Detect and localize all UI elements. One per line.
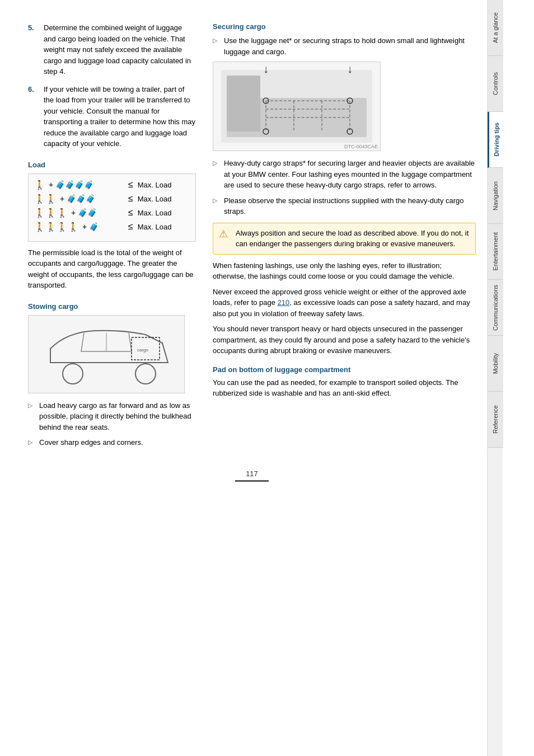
page-number: 117 xyxy=(28,469,476,482)
pad-text: You can use the pad as needed, for examp… xyxy=(213,377,476,399)
main-content: 5. Determine the combined weight of lugg… xyxy=(0,0,487,756)
stowing-car-image: cargo xyxy=(28,315,185,393)
max-load-2: Max. Load xyxy=(138,195,172,203)
warning-para-3: You should never transport heavy or hard… xyxy=(213,323,476,356)
person-icon-1: 🚶 xyxy=(34,180,45,190)
securing-bullet-2: ▷ Heavy-duty cargo straps* for securing … xyxy=(213,158,476,191)
max-load-3: Max. Load xyxy=(138,209,172,217)
bullet-arrow-2: ▷ xyxy=(28,438,35,447)
warning-para-2: Never exceed the approved gross vehicle … xyxy=(213,287,476,320)
stowing-bullets: ▷ Load heavy cargo as far forward and as… xyxy=(28,400,196,448)
securing-svg: ↓ ↓ xyxy=(216,64,378,148)
pad-section: Pad on bottom of luggage compartment You… xyxy=(213,365,476,399)
securing-cargo-image: ↓ ↓ DTC-0043CAE xyxy=(213,62,381,151)
numbered-item-5: 5. Determine the combined weight of lugg… xyxy=(28,22,196,77)
person-icon-3: 🚶🚶🚶 xyxy=(34,208,68,218)
sidebar-tab-driving-tips-label: Driving tips xyxy=(493,123,500,157)
max-load-1: Max. Load xyxy=(138,181,172,189)
svg-text:cargo: cargo xyxy=(137,348,149,353)
load-row-1: 🚶 + 🧳🧳🧳🧳 ≤ Max. Load xyxy=(34,180,190,190)
sidebar-tab-mobility[interactable]: Mobility xyxy=(488,336,503,392)
sidebar-tab-at-a-glance[interactable]: At a glance xyxy=(488,0,503,56)
stowing-title: Stowing cargo xyxy=(28,302,196,311)
sidebar-tab-reference[interactable]: Reference xyxy=(488,392,503,448)
sidebar-tab-controls[interactable]: Controls xyxy=(488,56,503,112)
load-section: Load 🚶 + 🧳🧳🧳🧳 ≤ Max. Load xyxy=(28,161,196,291)
sidebar-tab-navigation[interactable]: Navigation xyxy=(488,168,503,224)
warning-box: ⚠ Always position and secure the load as… xyxy=(213,223,476,255)
svg-point-0 xyxy=(63,364,83,384)
sidebar-tab-communications[interactable]: Communications xyxy=(488,280,503,336)
right-column: Securing cargo ▷ Use the luggage net* or… xyxy=(213,22,476,453)
sidebar-tab-communications-label: Communications xyxy=(492,285,499,331)
load-row-2: 🚶🚶 + 🧳🧳🧳 ≤ Max. Load xyxy=(34,194,190,204)
luggage-icon-2: 🧳🧳🧳 xyxy=(67,194,95,203)
securing-bullets-list: ▷ Heavy-duty cargo straps* for securing … xyxy=(213,158,476,217)
numbered-item-6: 6. If your vehicle will be towing a trai… xyxy=(28,84,196,149)
warning-para-1: When fastening lashings, use only the la… xyxy=(213,260,476,282)
sidebar-tabs: At a glance Controls Driving tips Naviga… xyxy=(487,0,503,756)
sidebar-tab-driving-tips[interactable]: Driving tips xyxy=(488,112,503,168)
load-row-4: 🚶🚶🚶🚶 + 🧳 ≤ Max. Load xyxy=(34,222,190,232)
stowing-section: Stowing cargo cargo xyxy=(28,302,196,448)
person-icon-2: 🚶🚶 xyxy=(34,194,57,204)
luggage-icon-1: 🧳🧳🧳🧳 xyxy=(55,180,93,189)
svg-text:↓: ↓ xyxy=(263,64,269,75)
svg-text:↓: ↓ xyxy=(347,64,353,75)
stowing-bullet-1: ▷ Load heavy cargo as far forward and as… xyxy=(28,400,196,433)
luggage-icon-3: 🧳🧳 xyxy=(78,208,97,217)
page-line xyxy=(235,480,269,482)
page-link[interactable]: 210 xyxy=(278,298,290,307)
warning-icon: ⚠ xyxy=(219,228,231,240)
svg-point-1 xyxy=(135,364,156,384)
luggage-icon-4: 🧳 xyxy=(89,222,99,231)
max-load-4: Max. Load xyxy=(138,223,172,231)
sidebar-tab-entertainment-label: Entertainment xyxy=(492,232,499,270)
item-6-text: If your vehicle will be towing a trailer… xyxy=(44,84,196,149)
securing-arrow-3: ▷ xyxy=(213,196,219,205)
warning-text: Always position and secure the load as d… xyxy=(236,228,470,250)
sidebar-tab-mobility-label: Mobility xyxy=(492,353,499,374)
securing-bullet-1: ▷ Use the luggage net* or securing strap… xyxy=(213,35,476,57)
securing-section: Securing cargo ▷ Use the luggage net* or… xyxy=(213,22,476,399)
item-5-number: 5. xyxy=(28,22,39,77)
sidebar-tab-entertainment[interactable]: Entertainment xyxy=(488,224,503,280)
item-6-number: 6. xyxy=(28,84,39,149)
bullet-arrow-1: ▷ xyxy=(28,401,35,410)
load-title: Load xyxy=(28,161,196,169)
person-icon-4: 🚶🚶🚶🚶 xyxy=(34,222,79,232)
sidebar-tab-navigation-label: Navigation xyxy=(492,181,499,210)
stowing-bullet-2: ▷ Cover sharp edges and corners. xyxy=(28,437,196,448)
car-svg: cargo xyxy=(34,321,179,388)
load-row-3: 🚶🚶🚶 + 🧳🧳 ≤ Max. Load xyxy=(34,208,190,218)
securing-bullet-3: ▷ Please observe the special instruction… xyxy=(213,195,476,217)
item-5-text: Determine the combined weight of luggage… xyxy=(44,22,196,77)
svg-rect-7 xyxy=(227,76,260,132)
securing-arrow-2: ▷ xyxy=(213,158,219,168)
pad-title: Pad on bottom of luggage compartment xyxy=(213,365,476,374)
sidebar-tab-controls-label: Controls xyxy=(492,72,499,95)
load-description: The permissible load is the total of the… xyxy=(28,247,196,291)
securing-arrow-1: ▷ xyxy=(213,36,219,45)
securing-title: Securing cargo xyxy=(213,22,476,31)
securing-bullet-1-list: ▷ Use the luggage net* or securing strap… xyxy=(213,35,476,57)
sidebar-tab-at-a-glance-label: At a glance xyxy=(492,12,499,43)
sidebar-tab-reference-label: Reference xyxy=(492,405,499,434)
load-diagram: 🚶 + 🧳🧳🧳🧳 ≤ Max. Load 🚶🚶 + 🧳🧳🧳 xyxy=(28,173,196,242)
left-column: 5. Determine the combined weight of lugg… xyxy=(28,22,196,453)
